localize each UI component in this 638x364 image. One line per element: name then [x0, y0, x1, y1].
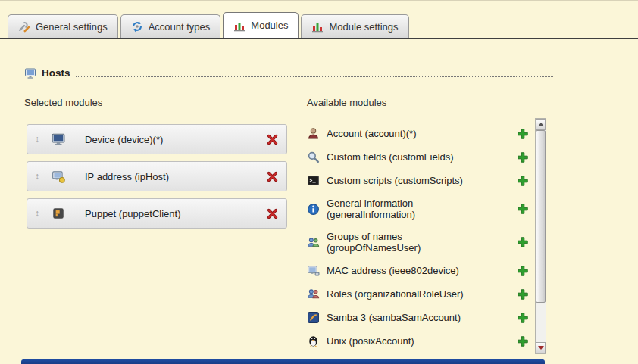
available-modules-list: Account (account)(*) Custom fields (cust…	[307, 122, 546, 353]
terminal-icon	[307, 174, 320, 187]
person-icon	[307, 127, 320, 140]
plus-icon	[517, 236, 529, 248]
drag-handle-icon[interactable]: ↕	[35, 208, 44, 219]
available-module-label: Custom scripts (customScripts)	[327, 175, 497, 186]
drag-handle-icon[interactable]: ↕	[35, 171, 44, 182]
tab-label: General settings	[36, 21, 108, 33]
plus-icon	[517, 288, 529, 300]
available-module-label: General information (generalInformation)	[327, 198, 497, 220]
tab-bar: General settings Account types Modules M…	[0, 1, 638, 39]
module-config-page: General settings Account types Modules M…	[0, 0, 638, 364]
delete-x-icon	[266, 133, 279, 146]
group-icon	[307, 236, 320, 249]
scrollbar-thumb[interactable]	[536, 130, 546, 303]
puppet-icon	[52, 207, 65, 220]
samba-icon	[307, 311, 320, 324]
selected-module-label: IP address (ipHost)	[85, 171, 266, 182]
drag-handle-icon[interactable]: ↕	[35, 134, 44, 145]
tab-modules[interactable]: Modules	[223, 12, 299, 38]
tab-label: Modules	[251, 20, 288, 31]
plus-icon	[517, 335, 529, 347]
add-module-button[interactable]	[517, 128, 529, 140]
available-module-label: Unix (posixAccount)	[327, 335, 497, 347]
page-title: Hosts	[42, 67, 70, 79]
section-header-hosts: Hosts	[24, 67, 553, 79]
available-modules-heading: Available modules	[307, 97, 386, 108]
delete-x-icon	[266, 170, 279, 183]
footer-bar	[21, 359, 545, 364]
available-module-label: Groups of names (groupOfNamesUser)	[327, 231, 497, 254]
tab-module-settings[interactable]: Module settings	[301, 14, 408, 38]
available-module-row: Samba 3 (sambaSamAccount)	[307, 306, 533, 329]
device-icon	[52, 132, 65, 146]
plus-icon	[517, 265, 529, 277]
available-module-label: MAC address (ieee802device)	[327, 265, 497, 276]
tab-label: Account types	[149, 21, 211, 33]
selected-module-row-puppet[interactable]: ↕ Puppet (puppetClient)	[27, 198, 287, 229]
selected-module-label: Puppet (puppetClient)	[85, 208, 266, 219]
info-icon	[307, 203, 320, 216]
plus-icon	[517, 175, 529, 187]
selected-module-row-device[interactable]: ↕ Device (device)(*)	[27, 124, 287, 154]
available-module-row: Account (account)(*)	[307, 122, 533, 145]
available-module-row: Groups of names (groupOfNamesUser)	[307, 226, 533, 259]
plus-icon	[517, 151, 529, 163]
network-computer-icon	[307, 264, 320, 277]
tab-general-settings[interactable]: General settings	[8, 14, 118, 38]
available-module-row: Custom fields (customFields)	[307, 145, 533, 169]
plus-icon	[517, 312, 529, 324]
available-module-row: Unix (posixAccount)	[307, 329, 533, 353]
add-module-button[interactable]	[517, 203, 529, 215]
selected-module-row-iphost[interactable]: ↕ IP address (ipHost)	[27, 161, 287, 191]
available-module-label: Samba 3 (sambaSamAccount)	[327, 312, 497, 323]
scrollbar-up-button[interactable]	[536, 119, 546, 130]
selected-modules-heading: Selected modules	[24, 97, 102, 108]
arrow-down-icon	[538, 346, 544, 350]
available-module-label: Custom fields (customFields)	[327, 151, 497, 163]
available-module-label: Roles (organizationalRoleUser)	[327, 288, 497, 300]
scrollbar-down-button[interactable]	[536, 342, 546, 353]
chart-icon	[233, 20, 246, 32]
ip-address-icon	[52, 170, 65, 183]
roles-icon	[307, 288, 320, 300]
available-module-row: MAC address (ieee802device)	[307, 259, 533, 282]
monitor-icon	[24, 67, 36, 79]
delete-x-icon	[266, 207, 279, 220]
available-module-row: Roles (organizationalRoleUser)	[307, 282, 533, 306]
selected-modules-list: ↕ Device (device)(*) ↕ IP address (ipHos…	[27, 124, 287, 235]
magnifier-icon	[307, 151, 320, 163]
dotted-divider	[76, 76, 553, 77]
available-module-row: Custom scripts (customScripts)	[307, 169, 533, 192]
plus-icon	[517, 203, 529, 215]
remove-module-button[interactable]	[266, 133, 279, 146]
available-module-label: Account (account)(*)	[327, 128, 497, 139]
refresh-gear-icon	[131, 20, 143, 33]
tab-account-types[interactable]: Account types	[120, 14, 221, 38]
chart-icon	[311, 20, 324, 33]
tools-icon	[18, 20, 30, 33]
scrollbar[interactable]	[535, 118, 546, 354]
add-module-button[interactable]	[517, 335, 529, 347]
add-module-button[interactable]	[517, 151, 529, 163]
remove-module-button[interactable]	[266, 207, 279, 220]
arrow-up-icon	[538, 123, 544, 126]
add-module-button[interactable]	[517, 265, 529, 277]
add-module-button[interactable]	[517, 236, 529, 248]
add-module-button[interactable]	[517, 288, 529, 300]
add-module-button[interactable]	[517, 312, 529, 324]
available-module-row: Windows (windowsHost)(*)	[307, 353, 533, 353]
selected-module-label: Device (device)(*)	[85, 134, 266, 145]
remove-module-button[interactable]	[266, 170, 279, 183]
penguin-icon	[307, 334, 320, 347]
plus-icon	[517, 128, 529, 140]
available-module-row: General information (generalInformation)	[307, 192, 533, 226]
tab-label: Module settings	[329, 21, 398, 33]
add-module-button[interactable]	[517, 175, 529, 187]
